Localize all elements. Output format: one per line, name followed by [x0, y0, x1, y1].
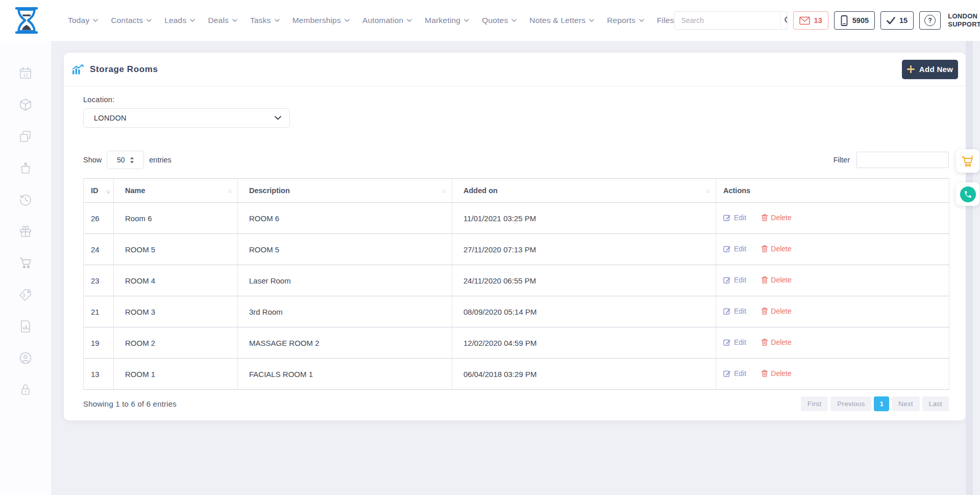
- chevron-down-icon: [464, 19, 469, 22]
- sort-icon: ↑↓: [228, 187, 231, 194]
- cell-added-on: 11/01/2021 03:25 PM: [452, 203, 716, 234]
- add-new-button[interactable]: Add New: [902, 60, 958, 79]
- page-title: Storage Rooms: [90, 64, 158, 75]
- user-name: LONDON SUPPORT: [948, 12, 980, 29]
- nav-item[interactable]: Notes & Letters: [529, 16, 594, 25]
- copy-icon[interactable]: [18, 129, 33, 144]
- cell-description: ROOM 6: [238, 203, 452, 234]
- app-logo-hourglass-icon[interactable]: [13, 7, 40, 34]
- history-icon[interactable]: [18, 192, 33, 207]
- nav-item[interactable]: Leads: [164, 16, 195, 25]
- nav-item[interactable]: Quotes: [482, 16, 517, 25]
- global-search: [674, 11, 788, 30]
- filter-input[interactable]: [856, 152, 949, 168]
- phone-badge[interactable]: 5905: [834, 11, 875, 30]
- messages-count: 13: [814, 16, 822, 25]
- pagination-page-1[interactable]: 1: [874, 396, 889, 411]
- svg-text:$: $: [23, 293, 26, 298]
- pagination: First Previous 1 Next Last: [801, 396, 949, 411]
- table-row: 21 ROOM 3 3rd Room 08/09/2020 05:14 PM E…: [84, 296, 949, 327]
- column-header-name[interactable]: Name ↑↓: [114, 179, 238, 203]
- cell-added-on: 24/11/2020 06:55 PM: [452, 265, 716, 296]
- panel-header: Storage Rooms Add New: [64, 53, 966, 86]
- column-header-description[interactable]: Description ↑↓: [238, 179, 452, 203]
- nav-item[interactable]: Today: [68, 16, 98, 25]
- svg-text:12: 12: [23, 73, 28, 78]
- search-button[interactable]: [780, 12, 788, 29]
- gift-icon[interactable]: [18, 224, 33, 239]
- nav-item[interactable]: Tasks: [250, 16, 280, 25]
- chevron-down-icon: [275, 19, 280, 22]
- floating-cart-button[interactable]: [956, 149, 979, 173]
- package-icon[interactable]: [18, 97, 33, 112]
- delete-button[interactable]: Delete: [762, 214, 791, 222]
- edit-button[interactable]: Edit: [723, 369, 746, 378]
- edit-button[interactable]: Edit: [723, 338, 746, 346]
- delete-button[interactable]: Delete: [762, 307, 791, 315]
- nav-item[interactable]: Memberships: [292, 16, 350, 25]
- tag-icon[interactable]: $: [18, 287, 33, 302]
- cell-added-on: 06/04/2018 03:29 PM: [452, 359, 716, 390]
- delete-button[interactable]: Delete: [762, 245, 791, 253]
- trash-icon: [762, 245, 768, 252]
- storage-rooms-panel: Storage Rooms Add New Location: LONDON S…: [64, 53, 966, 420]
- floating-phone-button[interactable]: [956, 182, 979, 206]
- edit-button[interactable]: Edit: [723, 307, 746, 315]
- edit-button[interactable]: Edit: [723, 276, 746, 284]
- chevron-down-icon: [511, 19, 517, 22]
- nav-item[interactable]: Files: [657, 16, 674, 25]
- column-header-id[interactable]: ID ↑↓: [84, 179, 114, 203]
- delete-button[interactable]: Delete: [762, 276, 791, 284]
- smartphone-icon: [840, 15, 848, 26]
- delete-button[interactable]: Delete: [762, 338, 791, 346]
- checkmark-icon: [887, 17, 895, 25]
- trash-icon: [762, 214, 768, 221]
- cell-description: FACIALS ROOM 1: [238, 359, 452, 390]
- cell-name: ROOM 1: [114, 359, 238, 390]
- edit-icon: [723, 369, 731, 377]
- cell-name: ROOM 4: [114, 265, 238, 296]
- page-size-select[interactable]: 50: [107, 151, 144, 169]
- storage-rooms-table: ID ↑↓ Name ↑↓ Description ↑↓ Added on ↑↓: [83, 178, 949, 390]
- cell-id: 21: [84, 296, 114, 327]
- nav-item[interactable]: Automation: [362, 16, 412, 25]
- edit-icon: [723, 214, 731, 221]
- messages-badge[interactable]: 13: [793, 11, 828, 30]
- location-value: LONDON: [94, 114, 127, 122]
- edit-icon: [723, 276, 731, 284]
- search-icon: [784, 16, 788, 25]
- edit-button[interactable]: Edit: [723, 214, 746, 222]
- nav-item[interactable]: Contacts: [111, 16, 152, 25]
- nav-item[interactable]: Deals: [208, 16, 237, 25]
- pagination-last[interactable]: Last: [922, 396, 949, 411]
- user-circle-icon[interactable]: [18, 350, 33, 366]
- icon-sidebar: 12 $: [0, 41, 51, 495]
- delete-button[interactable]: Delete: [762, 369, 791, 378]
- nav-item[interactable]: Marketing: [425, 16, 469, 25]
- location-label: Location:: [83, 96, 949, 104]
- help-icon: ?: [924, 15, 936, 26]
- pagination-next[interactable]: Next: [892, 396, 920, 411]
- bag-icon[interactable]: [18, 160, 33, 176]
- lock-icon[interactable]: [18, 382, 33, 397]
- nav-item[interactable]: Reports: [607, 16, 644, 25]
- column-header-added-on[interactable]: Added on ↑↓: [452, 179, 716, 203]
- calendar-icon[interactable]: 12: [18, 65, 33, 81]
- phone-icon: [960, 186, 976, 202]
- cart-icon[interactable]: [18, 255, 33, 271]
- report-icon[interactable]: [18, 319, 33, 334]
- table-row: 19 ROOM 2 MASSAGE ROOM 2 12/02/2020 04:5…: [84, 327, 949, 359]
- help-button[interactable]: ?: [919, 11, 941, 30]
- scrollbar-track[interactable]: [966, 41, 973, 495]
- cell-name: Room 6: [114, 203, 238, 234]
- trash-icon: [762, 308, 768, 315]
- main-navigation: Today Contacts Leads Deals Tasks Members…: [68, 16, 674, 25]
- edit-button[interactable]: Edit: [723, 245, 746, 253]
- pagination-previous[interactable]: Previous: [830, 396, 871, 411]
- search-input[interactable]: [675, 16, 780, 25]
- trash-icon: [762, 339, 768, 346]
- tasks-count: 15: [899, 16, 908, 25]
- location-select[interactable]: LONDON: [83, 108, 290, 128]
- tasks-badge[interactable]: 15: [880, 11, 914, 30]
- pagination-first[interactable]: First: [801, 396, 828, 411]
